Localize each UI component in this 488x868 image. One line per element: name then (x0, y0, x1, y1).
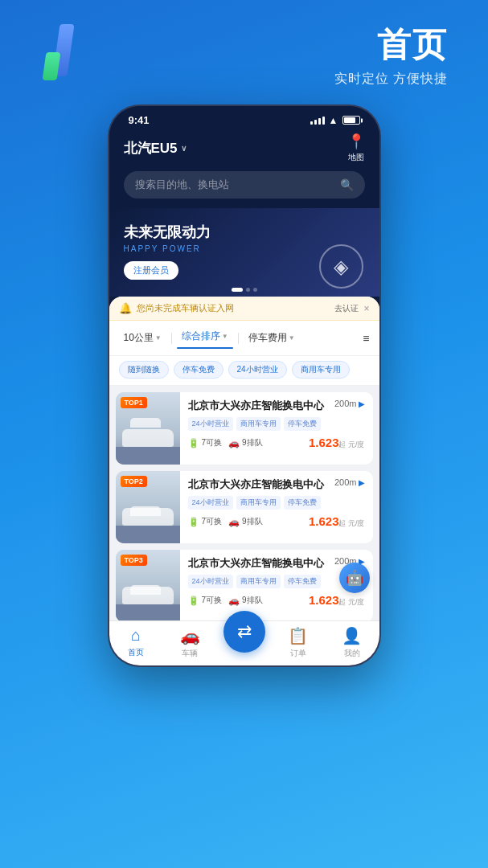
wifi-icon: ▲ (329, 115, 338, 126)
tag-commercial-3: 商用车专用 (236, 575, 281, 588)
car-queue-icon: 🚗 (228, 438, 240, 448)
price-value-2: 1.623起 元/度 (309, 514, 365, 529)
station-card-2[interactable]: TOP2 北京市大兴亦庄智能换电中心 200m ▶ 24小时营业 商用车专用 停… (116, 471, 373, 543)
verify-action[interactable]: 去认证 (334, 303, 359, 314)
brand-ring-icon: ◈ (319, 244, 363, 289)
status-icons: ▲ (310, 115, 360, 126)
signal-bars-icon (310, 117, 325, 125)
station-stats-3: 🔋 7可换 🚗 9排队 1.623起 元/度 (188, 593, 365, 608)
car-model-label: 北汽EU5 (124, 139, 178, 158)
available-stat-2: 🔋 7可换 (188, 516, 223, 527)
map-button[interactable]: 📍 地图 (347, 133, 365, 163)
price-1: 1.623起 元/度 (309, 436, 365, 450)
brand-inner-icon: ◈ (334, 256, 348, 278)
station-name-3: 北京市大兴亦庄智能换电中心 (188, 556, 334, 571)
nav-orders[interactable]: 📋 订单 (271, 626, 325, 659)
sort-filter[interactable]: 综合排序 ▼ (177, 327, 233, 349)
status-bar: 9:41 ▲ (109, 106, 379, 131)
price-value-1: 1.623起 元/度 (309, 436, 365, 450)
banner-logo: ◈ (319, 244, 363, 289)
station-header-3: 北京市大兴亦庄智能换电中心 200m ▶ (188, 556, 365, 571)
tag-commercial-2: 商用车专用 (236, 496, 281, 510)
notification-close-button[interactable]: × (363, 303, 369, 314)
quick-tag-commercial[interactable]: 商用车专用 (292, 361, 350, 379)
nav-profile[interactable]: 👤 我的 (325, 626, 379, 659)
distance-filter-arrow-icon: ▼ (155, 334, 162, 342)
nav-home-label: 首页 (128, 647, 144, 658)
station-name-1: 北京市大兴亦庄智能换电中心 (188, 399, 334, 413)
station-stats-2: 🔋 7可换 🚗 9排队 1.623起 元/度 (188, 514, 365, 529)
dropdown-arrow-icon: ∨ (181, 144, 187, 153)
nav-vehicle[interactable]: 🚗 车辆 (163, 626, 217, 659)
brand-logo (40, 24, 88, 88)
page-title: 首页 (334, 23, 448, 68)
station-stats-1: 🔋 7可换 🚗 9排队 1.623起 元/度 (188, 436, 365, 450)
banner-dot-2 (246, 288, 250, 292)
filter-menu-icon[interactable]: ≡ (363, 332, 369, 345)
car-model-selector[interactable]: 北汽EU5 ∨ (124, 139, 187, 158)
robot-body: 🤖 (339, 563, 370, 593)
quick-tag-random-swap[interactable]: 随到随换 (119, 361, 169, 379)
main-content: 🔔 您尚未完成车辆认证入网 去认证 × 10公里 ▼ 综合排序 ▼ (109, 297, 379, 628)
nav-orders-label: 订单 (290, 648, 306, 659)
station-card-1[interactable]: TOP1 北京市大兴亦庄智能换电中心 200m ▶ 24小时营业 商用车专用 停… (116, 392, 373, 465)
sort-filter-label: 综合排序 (182, 330, 220, 343)
battery-stat-icon-2: 🔋 (188, 517, 199, 527)
queue-count-3: 9排队 (242, 595, 263, 606)
station-thumbnail-3: TOP3 (116, 550, 180, 622)
station-distance-2: 200m ▶ (334, 477, 365, 487)
filter-active-indicator (177, 347, 233, 349)
nav-swap-center[interactable]: ⇄ (217, 626, 271, 659)
top-badge-3: TOP3 (121, 555, 147, 566)
queue-stat-2: 🚗 9排队 (228, 516, 263, 527)
queue-stat-1: 🚗 9排队 (228, 437, 263, 448)
sort-filter-arrow-icon: ▼ (222, 333, 228, 340)
cost-filter[interactable]: 停车费用 ▼ (244, 329, 300, 347)
queue-count-2: 9排队 (242, 516, 263, 527)
banner: 未来无限动力 HAPPY POWER 注册会员 ◈ (109, 208, 379, 297)
price-3: 1.623起 元/度 (309, 593, 365, 608)
top-badge-1: TOP1 (121, 397, 147, 408)
banner-subtitle: HAPPY POWER (124, 244, 211, 253)
station-thumbnail-1: TOP1 (116, 392, 180, 465)
nav-home[interactable]: ⌂ 首页 (109, 626, 163, 659)
distance-filter[interactable]: 10公里 ▼ (119, 329, 166, 347)
phone-frame: 9:41 ▲ 北汽EU5 ∨ 📍 地图 搜索目的地、换电站 (108, 104, 381, 667)
home-icon: ⌂ (131, 626, 141, 645)
battery-icon (342, 116, 360, 125)
banner-dots (232, 288, 257, 292)
battery-stat-icon-3: 🔋 (188, 596, 199, 606)
tag-commercial-1: 商用车专用 (236, 417, 281, 431)
station-thumbnail-2: TOP2 (116, 471, 180, 543)
search-bar[interactable]: 搜索目的地、换电站 🔍 (124, 171, 365, 199)
swap-icon: ⇄ (237, 621, 252, 642)
status-time: 9:41 (129, 114, 150, 126)
notification-bell-icon: 🔔 (119, 302, 132, 314)
station-distance-1: 200m ▶ (334, 399, 365, 408)
tag-free-3: 停车免费 (284, 575, 321, 588)
robot-icon: 🤖 (346, 569, 363, 587)
vehicle-icon: 🚗 (180, 626, 200, 645)
tag-24h-2: 24小时营业 (188, 496, 233, 510)
banner-dot-3 (253, 288, 257, 292)
banner-dot-1 (232, 288, 243, 292)
quick-tag-24h[interactable]: 24小时营业 (228, 361, 287, 379)
cost-filter-arrow-icon: ▼ (289, 334, 295, 342)
page-subtitle: 实时定位 方便快捷 (334, 71, 448, 88)
banner-text: 未来无限动力 HAPPY POWER 注册会员 (124, 223, 211, 280)
available-count-2: 7可换 (202, 516, 223, 527)
station-tags-3: 24小时营业 商用车专用 停车免费 (188, 575, 365, 588)
banner-title: 未来无限动力 (124, 223, 211, 242)
tag-24h-1: 24小时营业 (188, 417, 233, 431)
filter-divider-2 (238, 333, 239, 344)
robot-assistant[interactable]: 🤖 (339, 563, 370, 593)
search-area: 搜索目的地、换电站 🔍 (109, 171, 379, 208)
nav-vehicle-label: 车辆 (182, 648, 198, 659)
register-member-button[interactable]: 注册会员 (124, 261, 178, 280)
quick-tag-free-parking[interactable]: 停车免费 (174, 361, 223, 379)
filter-bar: 10公里 ▼ 综合排序 ▼ 停车费用 ▼ ≡ (109, 321, 379, 356)
swap-center-button[interactable]: ⇄ (223, 611, 265, 653)
cost-filter-label: 停车费用 (248, 331, 287, 345)
search-placeholder: 搜索目的地、换电站 (135, 178, 334, 192)
tag-free-1: 停车免费 (284, 417, 321, 431)
